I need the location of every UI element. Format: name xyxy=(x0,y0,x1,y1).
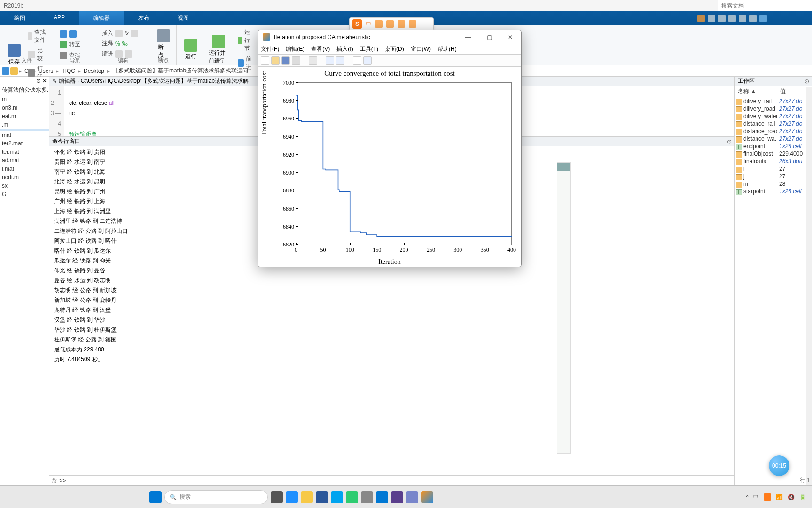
panel-menu-icon[interactable]: ⊙ xyxy=(727,138,732,145)
save-quick-icon[interactable] xyxy=(697,15,705,22)
tray-volume-icon[interactable]: 🔇 xyxy=(788,494,795,500)
workspace-scrollbar[interactable] xyxy=(806,87,812,485)
layout1-icon[interactable] xyxy=(326,56,334,65)
fx-icon[interactable]: fx xyxy=(125,30,129,37)
workspace-var[interactable]: dilivery_rail27x27 do xyxy=(735,97,812,105)
paste-icon[interactable] xyxy=(728,15,736,22)
file-item[interactable]: ter.mat xyxy=(0,148,49,156)
ime-lang[interactable]: 中 xyxy=(366,20,371,28)
app2-icon[interactable] xyxy=(361,491,373,503)
file-item[interactable]: 传算法的公铁水多... xyxy=(0,85,49,95)
figure-menu-item[interactable]: 窗口(W) xyxy=(411,45,431,53)
workspace-var[interactable]: m28 xyxy=(735,180,812,188)
doc-search[interactable] xyxy=(718,0,812,11)
tray-wifi-icon[interactable]: 📶 xyxy=(776,494,783,500)
tray-sogou-icon[interactable] xyxy=(764,493,771,501)
panel-dropdown-icon[interactable]: ⊙ ✕ xyxy=(0,77,49,85)
redo-icon[interactable] xyxy=(749,15,757,22)
tab-plot[interactable]: 绘图 xyxy=(0,11,39,25)
taskbar-search[interactable]: 🔍 搜索 xyxy=(164,490,268,504)
panel-menu-icon[interactable]: ⊙ xyxy=(804,78,809,85)
workspace-var[interactable]: endpoint1x26 cell xyxy=(735,143,812,150)
file-item[interactable]: l.mat xyxy=(0,165,49,173)
tab-view[interactable]: 视图 xyxy=(164,11,203,25)
matlab-taskbar-icon[interactable] xyxy=(421,491,433,503)
file-item[interactable]: mat xyxy=(0,131,49,139)
start-icon[interactable] xyxy=(149,491,162,503)
close-icon[interactable]: ✕ xyxy=(504,32,516,42)
figure-menu-item[interactable]: 桌面(D) xyxy=(385,45,404,53)
workspace-var[interactable]: distance_rail27x27 do xyxy=(735,120,812,127)
explorer-icon[interactable] xyxy=(301,491,313,503)
layout2-icon[interactable] xyxy=(336,56,344,65)
tab-publish[interactable]: 发布 xyxy=(124,11,164,25)
figure-axes-area[interactable]: Curve convergence of total transportatio… xyxy=(258,67,521,267)
editor-minimap[interactable] xyxy=(557,162,571,454)
workspace-var[interactable]: distance_wa...27x27 do xyxy=(735,135,812,143)
ime-menu-icon[interactable] xyxy=(409,20,416,28)
sogou-ime-bar[interactable]: S 中 xyxy=(349,17,434,31)
insert-button[interactable]: 插入 fx xyxy=(100,28,146,38)
breakpoints-button[interactable]: 断点 xyxy=(154,27,172,61)
link-icon[interactable] xyxy=(309,56,317,65)
figure-menu-item[interactable]: 文件(F) xyxy=(261,45,279,53)
ime-skin-icon[interactable] xyxy=(398,20,405,28)
file-item[interactable] xyxy=(0,200,49,202)
arrow-back-icon[interactable] xyxy=(58,29,92,39)
figure-menu-item[interactable]: 工具(T) xyxy=(360,45,378,53)
cut-icon[interactable] xyxy=(708,15,715,22)
edge-icon[interactable] xyxy=(286,491,298,503)
findfiles-button[interactable]: 查找文件 xyxy=(26,27,50,45)
workspace-var[interactable]: i27 xyxy=(735,165,812,173)
comment-button[interactable]: 注释 % ‰ xyxy=(100,39,146,48)
datatips-icon[interactable] xyxy=(363,56,372,65)
workspace-var[interactable]: starpoint1x26 cell xyxy=(735,188,812,195)
file-item[interactable]: nodi.m xyxy=(0,173,49,182)
path-seg[interactable]: Desktop xyxy=(82,68,106,74)
file-item[interactable]: G xyxy=(0,190,49,198)
figure-window[interactable]: Iteration of proposed GA metaheuristic —… xyxy=(258,30,522,267)
tray-ime-icon[interactable]: 中 xyxy=(753,493,759,501)
app1-icon[interactable] xyxy=(331,491,343,503)
open-icon[interactable] xyxy=(271,56,280,65)
command-prompt[interactable]: fx >> xyxy=(49,475,734,485)
file-item[interactable]: eat.m xyxy=(0,112,49,120)
maximize-icon[interactable]: ▢ xyxy=(483,32,496,42)
col-value[interactable]: 值 xyxy=(777,86,789,97)
figure-menu-item[interactable]: 插入(I) xyxy=(336,45,353,53)
path-seg[interactable]: TIQC xyxy=(60,68,77,74)
file-item[interactable]: .m xyxy=(0,120,49,129)
ime-mic-icon[interactable] xyxy=(375,20,383,28)
workspace-var[interactable]: distance_road27x27 do xyxy=(735,127,812,135)
minimize-icon[interactable]: — xyxy=(461,32,475,42)
figure-menu-item[interactable]: 编辑(E) xyxy=(286,45,304,53)
doc-search-input[interactable] xyxy=(718,0,812,11)
workspace-var[interactable]: finalrouts26x3 dou xyxy=(735,158,812,165)
print-icon[interactable] xyxy=(292,56,300,65)
file-item[interactable]: m xyxy=(0,95,49,103)
workspace-var[interactable]: dilivery_road27x27 do xyxy=(735,105,812,112)
tab-app[interactable]: APP xyxy=(39,11,79,25)
file-item[interactable]: ad.mat xyxy=(0,156,49,165)
app3-icon[interactable] xyxy=(391,491,403,503)
workspace-var[interactable]: dilivery_water27x27 do xyxy=(735,112,812,120)
goto-button[interactable]: 转至 xyxy=(58,40,92,49)
file-item[interactable]: on3.m xyxy=(0,103,49,112)
tray-chevron-icon[interactable]: ^ xyxy=(746,494,749,500)
undo-icon[interactable] xyxy=(739,15,746,22)
figure-titlebar[interactable]: Iteration of proposed GA metaheuristic —… xyxy=(258,30,521,44)
tab-editor[interactable]: 编辑器 xyxy=(79,11,124,25)
ie-icon[interactable] xyxy=(376,491,388,503)
workspace-var[interactable]: j27 xyxy=(735,173,812,180)
ime-keyboard-icon[interactable] xyxy=(386,20,394,28)
help-icon[interactable] xyxy=(759,15,767,22)
file-item[interactable]: ter2.mat xyxy=(0,139,49,148)
app4-icon[interactable] xyxy=(406,491,418,503)
run-section-button[interactable]: 运行节 xyxy=(236,27,257,53)
file-item[interactable]: sx xyxy=(0,182,49,190)
taskview-icon[interactable] xyxy=(271,491,283,503)
word-icon[interactable] xyxy=(316,491,328,503)
tray-battery-icon[interactable]: 🔋 xyxy=(799,494,806,500)
recording-timer[interactable]: 00:15 xyxy=(769,455,789,476)
figure-menu-item[interactable]: 查看(V) xyxy=(311,45,330,53)
